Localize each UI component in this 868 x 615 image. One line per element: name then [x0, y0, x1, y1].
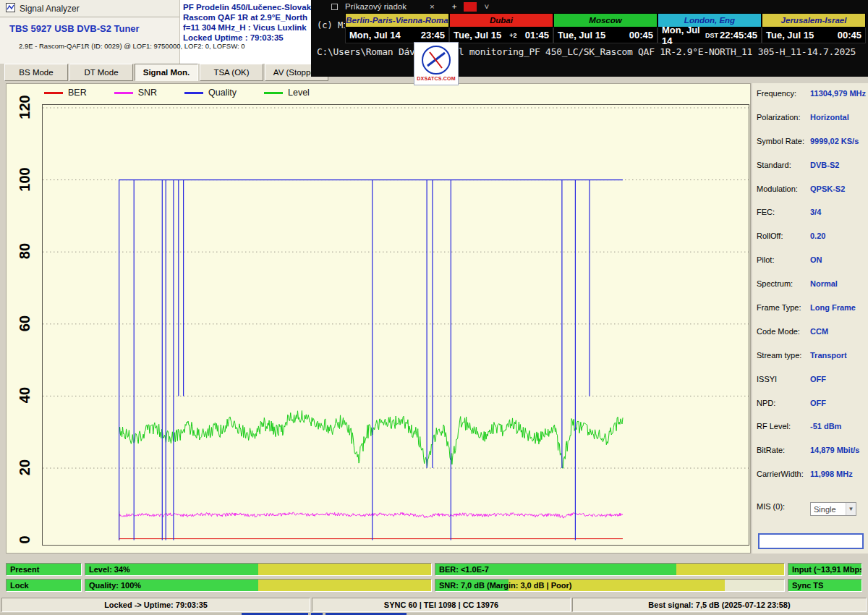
dxsatcs-logo: DXSATCS.COM: [414, 42, 459, 85]
meter-label: Sync TS: [792, 581, 823, 590]
param-value: QPSK-S2: [810, 184, 845, 193]
param-value: OFF: [810, 399, 826, 407]
param-row-frame-type: Frame Type:Long Frame: [752, 302, 868, 326]
clock-city-label: Berlin-Paris-Vienna-Roma: [345, 13, 449, 27]
meter-label: Level: 34%: [89, 565, 130, 574]
param-row-polarization: Polarization:Horizontal: [752, 111, 868, 135]
param-row-carrierwidth: CarrierWidth:11,998 MHz: [752, 468, 868, 492]
terminal-tab-row: Príkazový riadok × + ˅: [311, 0, 868, 13]
screen: Signal Analyzer TBS 5927 USB DVB-S2 Tune…: [0, 0, 868, 615]
param-value: 14,879 Mbit/s: [810, 446, 859, 454]
meter-label: Present: [10, 565, 39, 574]
chart-canvas: [43, 105, 750, 546]
param-row-npd: NPD:OFF: [752, 397, 868, 421]
antenna-info-line: Rascom QAF 1R at 2.9°E_North: [183, 12, 315, 22]
clock-time-row: Mon, Jul 1423:45: [345, 27, 449, 43]
y-axis-label: 60: [15, 311, 34, 336]
param-row-frequency: Frequency:11304,979 MHz: [752, 88, 868, 111]
param-row-fec: FEC:3/4: [752, 206, 868, 230]
legend-line: [44, 92, 63, 94]
y-axis-label: 80: [15, 239, 34, 263]
clock-date: Tue, Jul 15: [766, 30, 814, 41]
dxsatcs-logo-caption: DXSATCS.COM: [417, 76, 455, 81]
legend-item-quality: Quality: [184, 88, 237, 98]
meter-present: Present: [6, 563, 82, 576]
param-label: CarrierWidth:: [757, 470, 810, 478]
chevron-down-icon: ▼: [846, 503, 856, 515]
statusbar-sync-counters: SYNC 60 | TEI 1098 | CC 13976: [312, 598, 571, 612]
tab-bar: BS ModeDT ModeSignal Mon.TSA (OK)AV (Sto…: [0, 64, 340, 82]
clock-time-row: Tue, Jul 15+201:45: [449, 27, 553, 43]
panel-indicator-box: [758, 533, 864, 549]
param-row-issyi: ISSYIOFF: [752, 373, 868, 397]
tab-signal-mon[interactable]: Signal Mon.: [135, 64, 198, 81]
param-label: Code Mode:: [757, 327, 810, 336]
clock-jerusalem-israel: Jerusalem-IsraelTue, Jul 1500:45: [762, 13, 866, 43]
clock-offset: +2: [509, 32, 516, 39]
chart-plot-area: [42, 104, 749, 546]
param-value: DVB-S2: [810, 161, 839, 169]
world-clocks: Berlin-Paris-Vienna-RomaMon, Jul 1423:45…: [345, 13, 866, 43]
param-row-code-mode: Code Mode:CCM: [752, 326, 868, 349]
terminal-new-tab-button[interactable]: +: [452, 2, 457, 11]
clock-berlin-paris-vienna-roma: Berlin-Paris-Vienna-RomaMon, Jul 1423:45: [345, 13, 449, 43]
clock-time-row: Tue, Jul 1500:45: [553, 27, 658, 43]
meter-segment: [676, 564, 784, 575]
param-value: Transport: [810, 351, 847, 360]
param-row-mis: MIS (0):Single▼: [752, 501, 868, 525]
legend-line: [264, 92, 283, 94]
app-title: Signal Analyzer: [20, 4, 80, 14]
legend-item-snr: SNR: [114, 88, 157, 98]
param-value: 9999,02 KS/s: [810, 137, 859, 145]
legend-label: Quality: [208, 88, 237, 98]
param-row-symbol-rate: Symbol Rate:9999,02 KS/s: [752, 135, 868, 159]
legend-line: [184, 92, 203, 94]
antenna-info-line: Locked Uptime : 79:03:35: [183, 33, 315, 43]
meter-lock: Lock: [6, 579, 82, 592]
param-row-spectrum: Spectrum:Normal: [752, 278, 868, 302]
param-value: OFF: [810, 375, 826, 383]
meter-quality-100: Quality: 100%: [85, 579, 432, 592]
meter-segment: [258, 564, 431, 575]
param-label: Polarization:: [757, 113, 810, 122]
y-axis-label: 0: [15, 527, 34, 552]
param-row-rolloff: RollOff:0.20: [752, 230, 868, 254]
meter-label: BER: <1.0E-7: [439, 565, 489, 574]
param-label: Standard:: [757, 161, 810, 169]
meter-snr-7-0-db-margin-3-0-db-poor: SNR: 7,0 dB (Margin: 3,0 dB | Poor): [435, 579, 785, 592]
mis-select[interactable]: Single▼: [810, 502, 856, 516]
param-label: RF Level:: [757, 422, 810, 430]
tab-bs-mode[interactable]: BS Mode: [4, 64, 68, 81]
param-value: CCM: [810, 327, 828, 336]
clock-time-value: 23:45: [421, 30, 445, 41]
legend-label: Level: [288, 88, 310, 98]
terminal-partial-text: (c) Mi: [317, 20, 348, 30]
meter-sync-ts: Sync TS: [788, 579, 862, 592]
param-label: BitRate:: [757, 446, 810, 454]
meter-label: Quality: 100%: [89, 581, 141, 590]
legend-label: BER: [68, 88, 87, 98]
chart-legend: BERSNRQualityLevel: [44, 88, 310, 98]
clock-time-value: 22:45:45: [720, 30, 757, 41]
antenna-info-line: f=11 304 MHz_H : Vicus Luxlink: [183, 22, 315, 33]
meter-ber-1-0e-7: BER: <1.0E-7: [435, 563, 785, 576]
clock-time-row: Mon, Jul 14DST22:45:45: [658, 27, 762, 43]
clock-date: Mon, Jul 14: [662, 25, 704, 46]
terminal-tab-title: Príkazový riadok: [345, 2, 407, 11]
param-row-bitrate: BitRate:14,879 Mbit/s: [752, 444, 868, 468]
clock-city-label: Dubai: [449, 13, 553, 27]
signal-chart: BERSNRQualityLevel 020406080100120: [6, 83, 751, 554]
legend-label: SNR: [138, 88, 157, 98]
antenna-info-block: PF Prodelin 450/Lučenec-SlovakiaRascom Q…: [179, 0, 315, 64]
param-label: Frame Type:: [757, 303, 810, 312]
terminal-icon: [331, 4, 338, 10]
terminal-dropdown-icon[interactable]: ˅: [484, 2, 489, 11]
param-value: 11,998 MHz: [810, 470, 853, 478]
statusbar-lock-uptime: Locked -> Uptime: 79:03:35: [1, 598, 310, 612]
tab-dt-mode[interactable]: DT Mode: [69, 64, 133, 81]
meter-label: SNR: 7,0 dB (Margin: 3,0 dB | Poor): [439, 581, 571, 590]
tab-tsa-ok[interactable]: TSA (OK): [200, 64, 263, 81]
clock-dubai: DubaiTue, Jul 15+201:45: [449, 13, 553, 43]
param-value: Long Frame: [810, 303, 856, 312]
terminal-tab-close-icon[interactable]: ×: [430, 2, 435, 11]
